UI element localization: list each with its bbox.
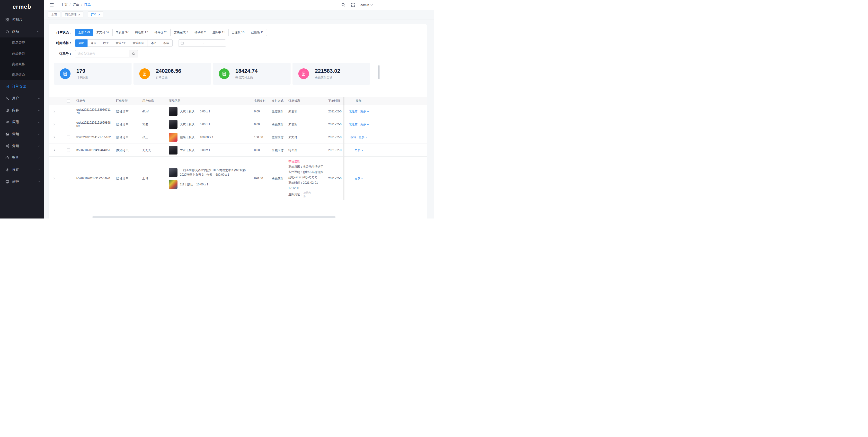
sidebar-item-order-manage[interactable]: 订单管理 (0, 80, 44, 92)
horizontal-scrollbar-thumb[interactable] (92, 216, 336, 218)
sidebar-item-app[interactable]: 应用 (0, 116, 44, 128)
status-filter-refunded[interactable]: 已退款 16 (228, 29, 248, 36)
status-filter-review[interactable]: 待评价 20 (151, 29, 171, 36)
expand-row-icon[interactable] (53, 149, 55, 152)
order-no-search-button[interactable] (129, 50, 138, 57)
wechat-pay-icon (219, 68, 229, 79)
sidebar-collapse-icon[interactable] (50, 3, 54, 7)
time-filter-month[interactable]: 本月 (148, 39, 160, 47)
time-filter-today[interactable]: 今天 (87, 39, 100, 47)
more-dropdown[interactable]: 更多 (360, 110, 368, 114)
status-filter-receiving[interactable]: 待收货 17 (132, 29, 152, 36)
product-name: 大衣｜默认 (180, 110, 194, 114)
time-filter-30days[interactable]: 最近30天 (129, 39, 148, 47)
expand-row-icon[interactable] (53, 177, 55, 180)
edit-button[interactable]: 编辑 (351, 135, 356, 139)
dashboard-icon (5, 18, 9, 22)
sidebar-item-distribution[interactable]: 分销 (0, 140, 44, 152)
sidebar-item-goods-category[interactable]: 商品分类 (0, 48, 44, 59)
sidebar-item-goods-spec[interactable]: 商品规格 (0, 59, 44, 69)
refund-remark: 备注说明：你把不鸟你你姐姐吧v不不不吧v哈哈哈 (288, 169, 323, 180)
sidebar-item-goods-comment[interactable]: 商品评论 (0, 69, 44, 80)
sidebar-item-dashboard[interactable]: 控制台 (0, 13, 44, 26)
open-tabs-bar: 主页 商品管理 × 订单 × (44, 10, 434, 20)
order-time: 2021-02-0 (326, 157, 343, 200)
sidebar-item-label: 营销 (12, 132, 19, 136)
status-filter-refunding[interactable]: 退款中 15 (209, 29, 228, 36)
row-checkbox[interactable] (67, 177, 70, 180)
more-dropdown[interactable]: 更多 (359, 135, 367, 139)
tab-home[interactable]: 主页 (48, 11, 60, 18)
status-filter-completed[interactable]: 交易完成 7 (170, 29, 191, 36)
order-status-label: 订单状态： (51, 30, 72, 34)
share-network-icon (5, 144, 9, 148)
row-checkbox[interactable] (67, 148, 70, 152)
status-filter-deleted[interactable]: 已删除 11 (248, 29, 267, 36)
more-dropdown[interactable]: 更多 (355, 148, 363, 152)
more-dropdown[interactable]: 更多 (360, 122, 368, 126)
balance-pay-icon (298, 68, 309, 79)
sidebar-item-label: 应用 (12, 120, 19, 124)
sidebar-item-label: 订单管理 (12, 84, 26, 89)
status-filter-unshipped[interactable]: 未发货 37 (112, 29, 132, 36)
search-icon[interactable] (341, 3, 345, 7)
ship-button[interactable]: 发送货 (349, 110, 358, 114)
stat-label: 订单金额 (156, 76, 181, 80)
select-all-checkbox[interactable] (67, 99, 70, 103)
stat-wechat-amount: 18424.74 微信支付金额 (213, 63, 290, 85)
goods-bag-icon (5, 30, 9, 34)
expand-row-icon[interactable] (53, 123, 55, 126)
vertical-scrollbar-thumb[interactable] (378, 65, 379, 79)
fullscreen-icon[interactable] (351, 3, 355, 7)
sidebar-item-finance[interactable]: 财务 (0, 152, 44, 164)
time-filter-yesterday[interactable]: 昨天 (100, 39, 112, 47)
expand-row-icon[interactable] (53, 111, 55, 113)
close-icon[interactable]: × (78, 13, 80, 16)
order-type: [核销订单] (114, 144, 140, 157)
sidebar-item-label: 控制台 (12, 18, 22, 22)
tab-goods-manage[interactable]: 商品管理 × (62, 11, 83, 18)
close-icon[interactable]: × (98, 13, 100, 16)
sidebar-item-settings[interactable]: 设置 (0, 164, 44, 176)
time-filter-label: 时间选择： (51, 41, 72, 45)
topbar: 主页 / 订单 / 订单 admin (44, 0, 434, 10)
sidebar-item-goods-manage[interactable]: 商品管理 (0, 37, 44, 48)
chevron-down-icon (38, 133, 40, 135)
breadcrumb-home[interactable]: 主页 (61, 3, 68, 7)
product-price-qty: 100.00 x 1 (200, 136, 214, 139)
chevron-down-icon (38, 180, 40, 182)
sidebar-item-goods[interactable]: 商品 (0, 26, 44, 37)
sidebar-item-maintenance[interactable]: 维护 (0, 176, 44, 187)
time-filter-year[interactable]: 本年 (160, 39, 173, 47)
status-filter-unpaid[interactable]: 未支付 52 (93, 29, 113, 36)
briefcase-icon (5, 156, 9, 160)
time-filter-all[interactable]: 全部 (75, 39, 88, 47)
order-no-input[interactable] (75, 50, 129, 57)
status-filter-all[interactable]: 全部 179 (75, 29, 93, 36)
sidebar-item-user[interactable]: 用户 (0, 92, 44, 104)
sidebar-item-content[interactable]: 内容 (0, 104, 44, 116)
sidebar-item-marketing[interactable]: 营销 (0, 128, 44, 140)
product-name: 大衣｜默认 (180, 122, 194, 126)
date-range-picker[interactable]: - (178, 39, 226, 47)
chevron-up-icon (37, 31, 39, 33)
tab-order[interactable]: 订单 × (88, 11, 103, 18)
row-checkbox[interactable] (67, 123, 70, 126)
user-menu[interactable]: admin (361, 3, 372, 7)
stat-label: 余额支付金额 (315, 76, 340, 80)
row-checkbox[interactable] (67, 110, 70, 113)
ship-button[interactable]: 发送货 (349, 122, 358, 126)
status-filter-verify[interactable]: 待核销 2 (191, 29, 209, 36)
breadcrumb-separator: / (69, 3, 70, 7)
order-no: order2021020216395671178 (74, 105, 114, 118)
breadcrumb-order[interactable]: 订单 (72, 3, 79, 7)
expand-row-icon[interactable] (53, 136, 55, 139)
chevron-down-icon (38, 156, 40, 158)
time-filter-7days[interactable]: 最近7天 (112, 39, 129, 47)
product-price-qty: 0.00 x 1 (200, 148, 210, 152)
book-icon (5, 108, 9, 112)
pay-type: 余额支付 (269, 144, 286, 157)
order-status: 未发货 (286, 118, 326, 131)
row-checkbox[interactable] (67, 136, 70, 139)
more-dropdown[interactable]: 更多 (355, 176, 363, 180)
